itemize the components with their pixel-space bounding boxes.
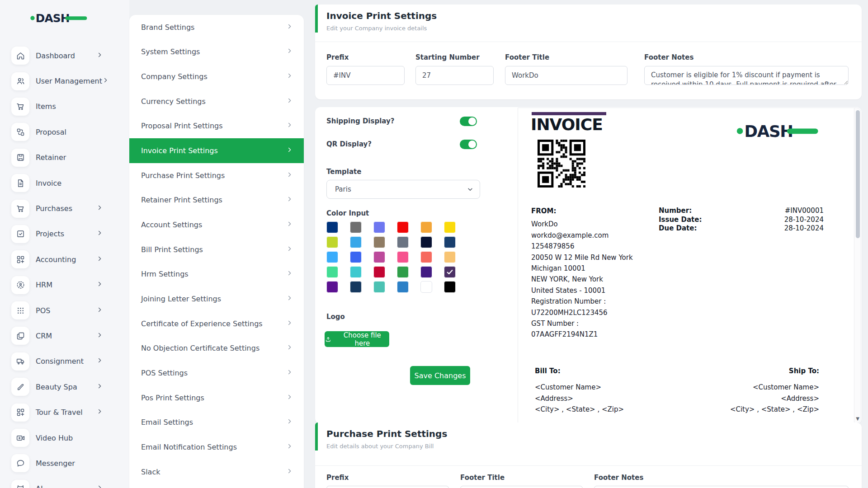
color-swatch-29[interactable] (444, 281, 456, 293)
card-accent-bar (315, 5, 318, 33)
settings-item-pos-print-settings[interactable]: Pos Print Settings (129, 385, 304, 410)
settings-item-email-settings[interactable]: Email Settings (129, 410, 304, 435)
footer-notes-input[interactable]: Customer is eligible for 1% discount if … (644, 66, 849, 85)
settings-item-pos-settings[interactable]: POS Settings (129, 361, 304, 385)
color-swatch-17[interactable] (444, 251, 456, 263)
color-swatch-11[interactable] (444, 236, 456, 248)
settings-item-company-settings[interactable]: Company Settings (129, 64, 304, 89)
sidebar-item-items[interactable]: Items (0, 94, 129, 119)
color-swatch-12[interactable] (326, 251, 338, 263)
color-swatch-20[interactable] (373, 266, 385, 278)
purchase-footer-notes-input[interactable] (594, 486, 849, 488)
settings-item-currency-settings[interactable]: Currency Settings (129, 89, 304, 114)
color-swatch-24[interactable] (326, 281, 338, 293)
color-swatch-22[interactable] (420, 266, 432, 278)
sidebar-item-dashboard[interactable]: Dashboard (0, 43, 129, 68)
color-swatch-28[interactable] (420, 281, 432, 293)
sidebar-item-beauty-spa[interactable]: Beauty Spa (0, 374, 129, 399)
purchase-prefix-input[interactable] (326, 486, 449, 488)
settings-item-email-notification-settings[interactable]: Email Notification Settings (129, 435, 304, 460)
sidebar-item-video-hub[interactable]: Video Hub (0, 425, 129, 450)
color-swatch-19[interactable] (350, 266, 362, 278)
bill-to-heading: Bill To: (535, 366, 624, 376)
sidebar-item-consignment[interactable]: Consignment (0, 349, 129, 374)
settings-item-purchase-print-settings[interactable]: Purchase Print Settings (129, 163, 304, 188)
sidebar-item-tour-travel[interactable]: Tour & Travel (0, 399, 129, 425)
color-swatch-0[interactable] (326, 221, 338, 233)
sidebar-item-messenger[interactable]: Messenger (0, 450, 129, 476)
page-title: Invoice Print Settings (326, 10, 437, 21)
bill-to-block: Bill To: <Customer Name><Address><City> … (535, 366, 624, 415)
settings-item-proposal-print-settings[interactable]: Proposal Print Settings (129, 114, 304, 139)
color-swatch-5[interactable] (444, 221, 456, 233)
purchase-title: Purchase Print Settings (326, 428, 447, 439)
color-swatch-18[interactable] (326, 266, 338, 278)
ship-to-lines: <Customer Name><Address><City> , <State>… (730, 382, 819, 415)
chevron-right-icon (286, 418, 293, 427)
color-swatch-selected[interactable] (444, 266, 456, 278)
settings-item-invoice-print-settings[interactable]: Invoice Print Settings (129, 138, 304, 163)
shipping-display-toggle[interactable] (460, 117, 477, 126)
sidebar-item-proposal[interactable]: Proposal (0, 119, 129, 145)
qr-display-toggle[interactable] (460, 140, 477, 149)
color-swatch-9[interactable] (397, 236, 409, 248)
starting-number-input[interactable] (415, 66, 494, 85)
meta-value: 28-10-2024 (784, 224, 824, 233)
color-swatch-27[interactable] (397, 281, 409, 293)
scroll-down-arrow[interactable]: ▼ (854, 415, 861, 422)
settings-item-certificate-of-experience-settings[interactable]: Certificate of Experience Settings (129, 311, 304, 336)
save-changes-button[interactable]: Save Changes (410, 366, 470, 385)
color-swatch-2[interactable] (373, 221, 385, 233)
settings-item-label: Email Notification Settings (141, 443, 237, 451)
overlap-squares-icon (11, 327, 29, 345)
settings-item-brand-settings[interactable]: Brand Settings (129, 15, 304, 40)
color-swatch-21[interactable] (397, 266, 409, 278)
chevron-down-icon (467, 186, 474, 193)
settings-item-account-settings[interactable]: Account Settings (129, 212, 304, 237)
footer-title-input[interactable] (505, 66, 627, 85)
settings-item-no-objection-certificate-settings[interactable]: No Objection Certificate Settings (129, 336, 304, 361)
sidebar-item-user-management[interactable]: User Management (0, 68, 129, 94)
settings-item-retainer-print-settings[interactable]: Retainer Print Settings (129, 188, 304, 213)
color-swatch-14[interactable] (373, 251, 385, 263)
settings-item-slack[interactable]: Slack (129, 460, 304, 484)
sidebar-item-label: AI (36, 484, 96, 488)
sidebar-item-label: Invoice (36, 179, 103, 188)
color-swatch-3[interactable] (397, 221, 409, 233)
color-swatch-7[interactable] (350, 236, 362, 248)
choose-file-button[interactable]: Choose file here (325, 331, 389, 347)
settings-item-bill-print-settings[interactable]: Bill Print Settings (129, 237, 304, 262)
purchase-footer-title-input[interactable] (460, 486, 583, 488)
color-swatch-6[interactable] (326, 236, 338, 248)
from-line: 1254879856 (531, 241, 685, 252)
meta-value: 28-10-2024 (784, 216, 824, 225)
color-swatch-15[interactable] (397, 251, 409, 263)
preview-scrollbar-thumb[interactable] (856, 110, 860, 238)
color-swatch-16[interactable] (420, 251, 432, 263)
sidebar-item-invoice[interactable]: Invoice (0, 170, 129, 196)
template-select[interactable]: Paris (326, 180, 480, 199)
settings-item-joining-letter-settings[interactable]: Joining Letter Settings (129, 286, 304, 311)
prefix-input[interactable] (326, 66, 405, 85)
color-swatch-8[interactable] (373, 236, 385, 248)
settings-item-hrm-settings[interactable]: Hrm Settings (129, 262, 304, 287)
color-swatch-10[interactable] (420, 236, 432, 248)
sidebar-item-hrm[interactable]: HRM (0, 272, 129, 298)
sidebar-item-crm[interactable]: CRM (0, 323, 129, 348)
preview-scrollbar[interactable]: ▼ (854, 108, 861, 423)
color-swatch-25[interactable] (350, 281, 362, 293)
document-icon (11, 174, 29, 192)
sidebar-item-retainer[interactable]: Retainer (0, 145, 129, 170)
sidebar-item-ai[interactable]: AI (0, 476, 129, 488)
settings-item-label: Joining Letter Settings (141, 295, 221, 303)
settings-item-system-settings[interactable]: System Settings (129, 40, 304, 65)
sidebar-item-projects[interactable]: Projects (0, 221, 129, 247)
sidebar-item-pos[interactable]: POS (0, 298, 129, 323)
color-swatch-1[interactable] (350, 221, 362, 233)
color-swatch-13[interactable] (350, 251, 362, 263)
brand-logo[interactable]: DASH (30, 10, 88, 26)
sidebar-item-purchases[interactable]: Purchases (0, 196, 129, 221)
color-swatch-4[interactable] (420, 221, 432, 233)
color-swatch-26[interactable] (373, 281, 385, 293)
sidebar-item-accounting[interactable]: Accounting (0, 247, 129, 272)
